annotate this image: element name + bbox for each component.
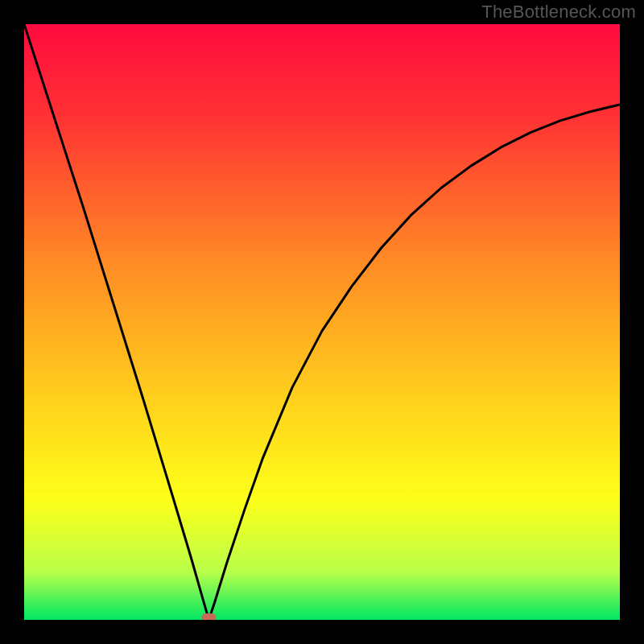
chart-background — [24, 24, 620, 620]
chart-svg — [24, 24, 620, 620]
watermark-text: TheBottleneck.com — [481, 2, 636, 23]
plot-area — [24, 24, 620, 620]
chart-frame: TheBottleneck.com — [0, 0, 644, 644]
minimum-marker — [201, 613, 216, 620]
